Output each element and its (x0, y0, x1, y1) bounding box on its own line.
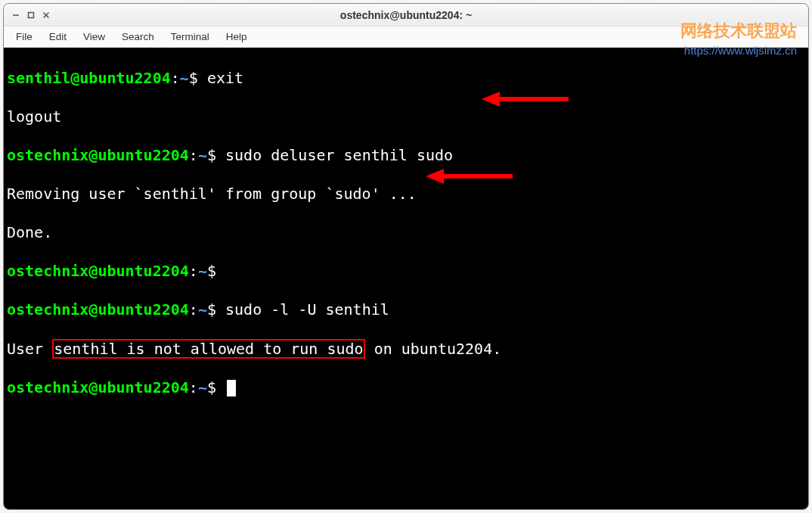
prompt-user: senthil@ubuntu2204 (7, 69, 171, 87)
prompt-path: ~ (198, 378, 207, 396)
terminal-body[interactable]: senthil@ubuntu2204:~$ exit logout ostech… (4, 48, 808, 509)
terminal-line: Removing user `senthil' from group `sudo… (7, 185, 805, 204)
prompt-path: ~ (198, 262, 207, 280)
prompt-user: ostechnix@ubuntu2204 (7, 262, 189, 280)
prompt-path: ~ (198, 300, 207, 319)
menu-view[interactable]: View (76, 28, 113, 45)
terminal-line: ostechnix@ubuntu2204:~$ (7, 262, 805, 281)
window-title: ostechnix@ubuntu2204: ~ (10, 9, 802, 21)
menu-help[interactable]: Help (218, 28, 255, 45)
prompt-path: ~ (180, 69, 189, 87)
terminal-line: User senthil is not allowed to run sudo … (7, 339, 805, 359)
svg-marker-7 (426, 169, 444, 184)
command-text: sudo deluser senthil sudo (225, 146, 453, 164)
prompt-user: ostechnix@ubuntu2204 (7, 146, 189, 164)
output-text: Done. (7, 223, 52, 241)
menubar: File Edit View Search Terminal Help (4, 26, 808, 48)
minimize-icon[interactable] (10, 9, 22, 21)
terminal-window: ostechnix@ubuntu2204: ~ File Edit View S… (3, 3, 809, 510)
cursor (227, 380, 236, 396)
arrow-icon (426, 167, 516, 185)
output-text: User (7, 340, 52, 358)
arrow-icon (482, 90, 572, 108)
terminal-line: senthil@ubuntu2204:~$ exit (7, 69, 805, 89)
titlebar: ostechnix@ubuntu2204: ~ (4, 4, 808, 26)
prompt-user: ostechnix@ubuntu2204 (7, 378, 189, 396)
prompt-user: ostechnix@ubuntu2204 (7, 300, 189, 319)
maximize-icon[interactable] (25, 9, 37, 21)
menu-file[interactable]: File (8, 28, 40, 45)
command-text: exit (207, 69, 243, 87)
output-text: Removing user `senthil' from group `sudo… (7, 185, 417, 203)
output-text: on ubuntu2204. (365, 340, 502, 358)
close-icon[interactable] (40, 9, 52, 21)
window-controls (10, 9, 52, 21)
terminal-line: ostechnix@ubuntu2204:~$ sudo -l -U senth… (7, 300, 805, 320)
menu-edit[interactable]: Edit (42, 28, 74, 45)
output-text: logout (7, 107, 61, 126)
prompt-path: ~ (198, 146, 207, 164)
terminal-line: Done. (7, 223, 805, 243)
terminal-line: logout (7, 107, 805, 127)
svg-marker-5 (482, 92, 500, 107)
highlight-box: senthil is not allowed to run sudo (52, 339, 364, 359)
menu-search[interactable]: Search (114, 28, 162, 45)
terminal-line: ostechnix@ubuntu2204:~$ (7, 378, 805, 398)
menu-terminal[interactable]: Terminal (163, 28, 217, 45)
svg-rect-1 (29, 12, 34, 17)
command-text: sudo -l -U senthil (225, 300, 389, 319)
terminal-line: ostechnix@ubuntu2204:~$ sudo deluser sen… (7, 146, 805, 166)
